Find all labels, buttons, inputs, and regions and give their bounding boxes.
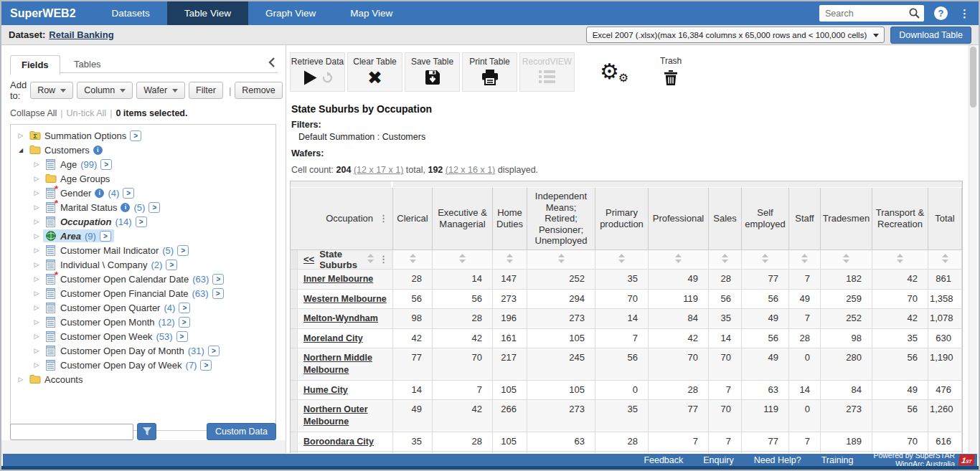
add-field-arrow-button[interactable]: > bbox=[123, 188, 134, 199]
expand-toggle-icon[interactable]: ▷ bbox=[32, 275, 41, 282]
sort-icon[interactable] bbox=[942, 254, 948, 265]
tree-item-accounts[interactable]: ▷Accounts bbox=[11, 372, 275, 386]
overflow-menu-icon[interactable]: ⋮ bbox=[959, 7, 970, 20]
column-header-home-duties[interactable]: Home Duties bbox=[493, 188, 527, 250]
footer-link-training[interactable]: Training bbox=[821, 455, 854, 465]
tab-fields[interactable]: Fields bbox=[10, 55, 60, 75]
column-field-header[interactable]: Occupation⋮ bbox=[291, 188, 393, 250]
expand-toggle-icon[interactable]: ▷ bbox=[32, 232, 41, 239]
footer-link-enquiry[interactable]: Enquiry bbox=[703, 455, 733, 465]
expand-toggle-icon[interactable]: ▷ bbox=[32, 247, 41, 254]
expand-toggle-icon[interactable]: ▷ bbox=[32, 161, 41, 168]
sort-icon[interactable] bbox=[762, 254, 768, 265]
expand-toggle-icon[interactable]: ▷ bbox=[32, 347, 41, 354]
add-field-arrow-button[interactable]: > bbox=[208, 346, 220, 356]
column-header-clerical[interactable]: Clerical bbox=[393, 188, 433, 250]
info-icon[interactable]: i bbox=[95, 189, 104, 198]
sort-cell-total[interactable] bbox=[928, 250, 962, 270]
info-icon[interactable]: i bbox=[93, 146, 103, 155]
column-header-sales[interactable]: Sales bbox=[709, 188, 742, 250]
expand-toggle-icon[interactable]: ▷ bbox=[32, 261, 41, 268]
column-header-staff[interactable]: Staff bbox=[789, 188, 821, 250]
tree-item-customer-mail-indicator[interactable]: ▷Customer Mail Indicator(5)> bbox=[11, 243, 275, 257]
row-label-link[interactable]: Western Melbourne bbox=[303, 294, 387, 304]
sort-cell-professional[interactable] bbox=[649, 250, 709, 270]
expand-toggle-icon[interactable]: ▷ bbox=[32, 290, 41, 297]
add-field-arrow-button[interactable]: > bbox=[166, 260, 177, 270]
sort-cell-sales[interactable] bbox=[709, 250, 742, 270]
sort-cell-tradesmen[interactable] bbox=[821, 250, 872, 270]
save-table-button[interactable]: Save Table bbox=[405, 52, 460, 92]
row-label-moreland-city[interactable]: Moreland City bbox=[298, 329, 393, 349]
expand-toggle-icon[interactable]: ▷ bbox=[32, 175, 41, 182]
untick-all-link[interactable]: Un-tick All bbox=[67, 108, 107, 118]
nav-tab-graph-view[interactable]: Graph View bbox=[248, 1, 333, 25]
add-to-row-button[interactable]: Row bbox=[30, 82, 73, 99]
expand-toggle-icon[interactable]: ▷ bbox=[17, 376, 25, 383]
custom-data-button[interactable]: Custom Data bbox=[207, 423, 276, 440]
sort-cell-home-duties[interactable] bbox=[493, 250, 527, 270]
row-label-link[interactable]: Hume City bbox=[303, 385, 348, 395]
sort-icon[interactable] bbox=[558, 254, 565, 265]
expand-toggle-icon[interactable]: ▷ bbox=[32, 304, 41, 311]
row-label-hume-city[interactable]: Hume City bbox=[298, 381, 393, 401]
table-options-button[interactable]: ⚙⚙ bbox=[600, 61, 631, 82]
sort-cell-transport-recreation[interactable] bbox=[872, 250, 928, 270]
sort-cell-staff[interactable] bbox=[789, 250, 821, 270]
retrieve-data-button[interactable]: Retrieve Data bbox=[290, 52, 345, 92]
expand-toggle-icon[interactable]: ▷ bbox=[32, 218, 41, 225]
tree-item-age-groups[interactable]: ▷Age Groups bbox=[11, 171, 275, 186]
sort-icon[interactable] bbox=[897, 254, 903, 265]
scrollbar-thumb[interactable] bbox=[970, 47, 976, 108]
column-header-primary-production[interactable]: Primary production bbox=[595, 188, 649, 250]
row-label-link[interactable]: Moreland City bbox=[303, 333, 363, 343]
sort-icon[interactable] bbox=[459, 254, 466, 265]
add-field-arrow-button[interactable]: > bbox=[179, 317, 190, 328]
column-menu-icon[interactable]: ⋮ bbox=[379, 213, 388, 224]
row-label-eastern-middle-melbourne[interactable]: Eastern Middle Melbourne bbox=[298, 452, 393, 453]
row-label-link[interactable]: Melton-Wyndham bbox=[303, 313, 378, 323]
footer-link-need-help[interactable]: Need Help? bbox=[754, 455, 801, 465]
total-dims-link[interactable]: (12 x 17 x 1) bbox=[354, 165, 403, 175]
column-header-self-employed[interactable]: Self employed bbox=[742, 188, 789, 250]
row-label-link[interactable]: Boroondara City bbox=[303, 437, 374, 447]
tree-item-occupation[interactable]: ▷Occupation(14)> bbox=[11, 214, 275, 229]
download-table-button[interactable]: Download Table bbox=[890, 27, 971, 44]
sort-icon[interactable] bbox=[801, 254, 808, 265]
expand-toggle-icon[interactable]: ▷ bbox=[17, 132, 25, 139]
add-to-wafer-button[interactable]: Wafer bbox=[136, 82, 185, 99]
sort-icon[interactable] bbox=[410, 254, 416, 265]
row-label-melton-wyndham[interactable]: Melton-Wyndham bbox=[298, 309, 393, 329]
row-label-inner-melbourne[interactable]: Inner Melbourne bbox=[298, 270, 393, 290]
sort-cell-primary-production[interactable] bbox=[595, 250, 649, 270]
row-field-header[interactable]: <<State Suburbs⋮ bbox=[298, 250, 393, 270]
expand-toggle-icon[interactable]: ▷ bbox=[32, 318, 41, 325]
sort-icon[interactable] bbox=[722, 254, 728, 265]
field-search-input[interactable] bbox=[10, 424, 133, 440]
collapse-toggle-icon[interactable]: ◢ bbox=[17, 147, 25, 153]
add-field-arrow-button[interactable]: > bbox=[100, 159, 112, 170]
add-to-filter-button[interactable]: Filter bbox=[189, 82, 223, 99]
row-menu-icon[interactable]: ⋮ bbox=[379, 254, 388, 265]
collapse-sidebar-icon[interactable] bbox=[268, 57, 275, 70]
sort-cell-self-employed[interactable] bbox=[742, 250, 789, 270]
column-header-total[interactable]: Total bbox=[928, 188, 962, 250]
add-field-arrow-button[interactable]: > bbox=[212, 288, 224, 299]
sort-icon[interactable] bbox=[843, 254, 849, 265]
expand-toggle-icon[interactable]: ▷ bbox=[32, 333, 41, 340]
add-field-arrow-button[interactable]: > bbox=[179, 303, 190, 313]
help-icon[interactable]: ? bbox=[934, 6, 948, 20]
displayed-dims-link[interactable]: (12 x 16 x 1) bbox=[446, 165, 495, 175]
tree-item-gender[interactable]: ▷*Genderi(4)> bbox=[11, 186, 275, 200]
tab-tables[interactable]: Tables bbox=[63, 55, 112, 74]
nav-tab-map-view[interactable]: Map View bbox=[333, 1, 410, 25]
add-field-arrow-button[interactable]: > bbox=[176, 331, 188, 342]
add-field-arrow-button[interactable]: > bbox=[136, 217, 147, 227]
info-icon[interactable]: i bbox=[121, 203, 130, 212]
row-label-boroondara-city[interactable]: Boroondara City bbox=[298, 432, 393, 452]
sort-icon[interactable] bbox=[675, 254, 682, 265]
column-header-tradesmen[interactable]: Tradesmen bbox=[821, 188, 872, 250]
add-field-arrow-button[interactable]: > bbox=[212, 274, 224, 285]
column-header-transport-recreation[interactable]: Transport & Recreation bbox=[872, 188, 928, 250]
search-icon[interactable] bbox=[909, 8, 920, 22]
